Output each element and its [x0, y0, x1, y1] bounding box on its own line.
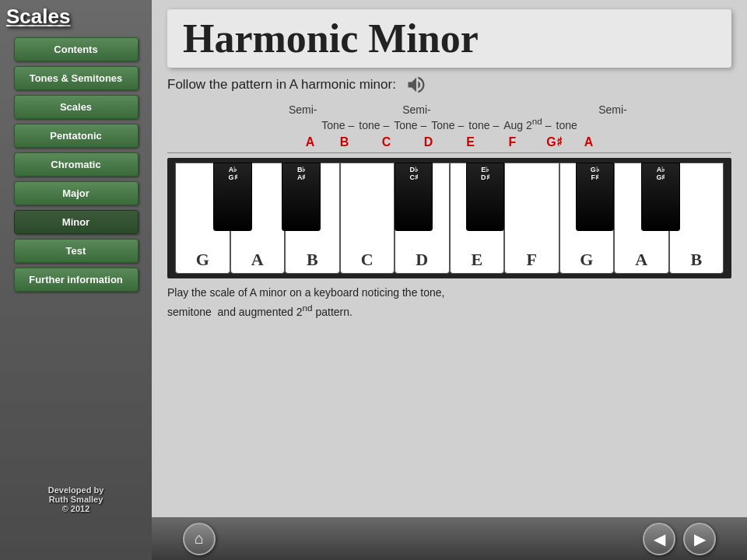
note-c: C — [367, 135, 406, 149]
sidebar-item-test[interactable]: Test — [14, 239, 139, 263]
intro-text: Follow the pattern in A harmonic minor: — [167, 77, 396, 93]
speaker-icon[interactable] — [405, 74, 427, 96]
pattern-row-2: Tone – tone – Tone – Tone – tone – Aug 2… — [167, 116, 731, 131]
aug2nd: Aug 2nd – — [503, 116, 551, 131]
note-a1: A — [299, 135, 322, 149]
tone5: tone – — [468, 119, 499, 131]
back-icon: ◀ — [654, 530, 665, 548]
note-f: F — [493, 135, 532, 149]
forward-button[interactable]: ▶ — [683, 523, 716, 555]
semi1: Semi- — [255, 103, 317, 116]
tone3: Tone – — [394, 119, 426, 131]
white-key-c: C — [340, 163, 395, 274]
divider — [167, 152, 731, 153]
tone2: tone – — [359, 119, 389, 131]
notes-row: A B C D E F G♯ A — [167, 135, 731, 149]
title-box: Harmonic Minor — [167, 9, 731, 68]
note-a2: A — [577, 135, 601, 149]
bottom-bar: ⌂ ◀ ▶ — [152, 517, 747, 560]
intro-line: Follow the pattern in A harmonic minor: — [167, 74, 731, 96]
sidebar-item-further-information[interactable]: Further information — [14, 268, 139, 292]
sidebar-item-pentatonic[interactable]: Pentatonic — [14, 124, 139, 148]
semi3: Semi- — [582, 103, 644, 116]
note-b: B — [325, 135, 364, 149]
forward-icon: ▶ — [694, 530, 706, 548]
page-title: Harmonic Minor — [183, 16, 716, 61]
pattern-area: Semi- Semi- Semi- Tone – tone – Tone – T… — [167, 103, 731, 153]
sidebar-footer: Developed byRuth Smalley© 2012 — [0, 485, 152, 513]
keyboard-wrapper: G A B C D E F — [175, 163, 724, 274]
black-key-db-c#: D♭C♯ — [395, 163, 433, 232]
black-key-bb-a#: B♭A♯ — [282, 163, 320, 232]
tone7: tone — [556, 119, 577, 131]
sidebar-item-minor[interactable]: Minor — [14, 210, 139, 234]
keyboard: G A B C D E F — [167, 158, 731, 278]
pattern-row-1: Semi- Semi- Semi- — [167, 103, 731, 116]
tone1: Tone – — [321, 119, 354, 131]
note-e: E — [451, 135, 490, 149]
home-icon: ⌂ — [195, 530, 204, 548]
sidebar-item-chromatic[interactable]: Chromatic — [14, 152, 139, 177]
main-content: Harmonic Minor Follow the pattern in A h… — [152, 0, 747, 560]
sidebar-item-tones-semitones[interactable]: Tones & Semitones — [14, 66, 139, 90]
sidebar-title: Scales — [0, 5, 70, 29]
black-key-ab2-g#2: A♭G♯ — [641, 163, 679, 232]
sidebar-item-contents[interactable]: Contents — [14, 37, 139, 61]
tone4: Tone – — [431, 119, 464, 131]
black-key-eb-d#: E♭D♯ — [466, 163, 504, 232]
black-key-ab-g#: A♭G♯ — [213, 163, 251, 232]
note-d: D — [409, 135, 448, 149]
sidebar-item-scales[interactable]: Scales — [14, 95, 139, 119]
white-key-f: F — [504, 163, 559, 274]
sidebar-item-major[interactable]: Major — [14, 181, 139, 205]
sidebar: Scales Contents Tones & Semitones Scales… — [0, 0, 152, 560]
content-area: Follow the pattern in A harmonic minor: … — [152, 74, 747, 517]
home-button[interactable]: ⌂ — [183, 523, 216, 555]
semi2: Semi- — [386, 103, 448, 116]
note-gsharp: G♯ — [535, 135, 574, 149]
black-key-gb-f#: G♭F♯ — [576, 163, 614, 232]
description: Play the scale of A minor on a keyboard … — [167, 285, 731, 320]
back-button[interactable]: ◀ — [643, 523, 675, 555]
